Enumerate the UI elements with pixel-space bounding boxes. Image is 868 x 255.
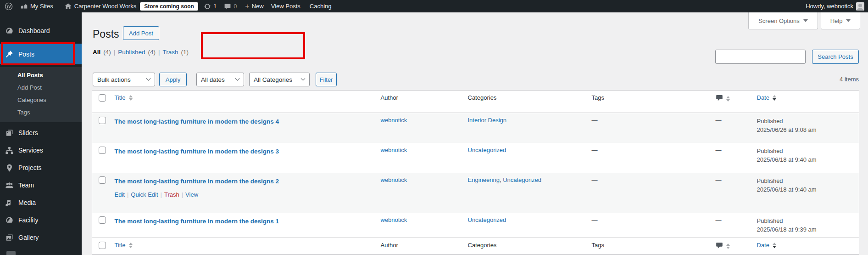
submenu-tags[interactable]: Tags: [0, 106, 82, 119]
category-link[interactable]: Engineering: [468, 176, 500, 183]
tags-value: —: [592, 176, 598, 183]
admin-sidebar: Dashboard Posts All Posts Add Post Categ…: [0, 12, 82, 255]
category-link[interactable]: Interior Design: [468, 117, 507, 124]
view-filter-links: All (4) | Published (4) | Trash (1): [93, 49, 189, 56]
author-link[interactable]: webnotick: [381, 147, 407, 153]
column-author-label: Author: [381, 94, 398, 101]
add-post-button[interactable]: Add Post: [123, 26, 159, 40]
admin-bar: My Sites Carpenter Wood Works Store comi…: [0, 0, 868, 12]
updates-menu[interactable]: 1: [204, 3, 217, 10]
sidebar-item-dashboard[interactable]: Dashboard: [0, 22, 82, 40]
post-status: Published: [757, 147, 855, 155]
sort-arrows-icon: [773, 243, 776, 248]
sidebar-item-team[interactable]: Team: [0, 176, 82, 194]
wordpress-logo-icon[interactable]: [5, 2, 13, 11]
sort-arrows-icon: [726, 96, 730, 102]
caching-menu[interactable]: Caching: [310, 3, 332, 10]
update-count: 1: [213, 3, 217, 10]
view-published-link[interactable]: Published: [118, 49, 145, 56]
my-sites-menu[interactable]: My Sites: [20, 2, 53, 10]
post-title-link[interactable]: The most long-lasting furniture in moder…: [115, 147, 279, 155]
sidebar-item-projects[interactable]: Projects: [0, 159, 82, 176]
view-trash-link[interactable]: Trash: [163, 49, 178, 56]
page-title: Posts: [93, 28, 119, 41]
screen-options-tab[interactable]: Screen Options: [748, 12, 818, 29]
sidebar-item-gallery[interactable]: Gallery: [0, 229, 82, 246]
bulk-actions-select[interactable]: Bulk actions: [93, 73, 155, 86]
all-categories-select[interactable]: All Categories: [249, 73, 310, 86]
row-checkbox[interactable]: [99, 176, 106, 184]
view-action[interactable]: View: [185, 191, 198, 198]
view-posts-menu[interactable]: View Posts: [271, 3, 300, 10]
column-title-sort[interactable]: Title: [115, 94, 133, 101]
site-name-menu[interactable]: Carpenter Wood Works: [64, 2, 136, 10]
all-dates-select[interactable]: All dates: [196, 73, 244, 86]
post-title-link[interactable]: The most long-lasting furniture in moder…: [115, 216, 279, 225]
post-row: The most long-lasting furniture in moder…: [92, 113, 859, 143]
table-header-row: Title Author Categories Tags Date: [92, 91, 859, 113]
view-all-link[interactable]: All: [93, 49, 100, 56]
column-date-sort[interactable]: Date: [757, 242, 776, 249]
sidebar-item-sliders[interactable]: Sliders: [0, 124, 82, 142]
author-link[interactable]: webnotick: [381, 117, 407, 124]
category-link[interactable]: Uncategorized: [468, 216, 506, 223]
plus-icon: +: [245, 3, 249, 10]
post-row-hovered: The most long-lasting furniture in moder…: [92, 173, 859, 213]
post-row: The most long-lasting furniture in moder…: [92, 143, 859, 173]
quick-edit-action[interactable]: Quick Edit: [131, 191, 158, 198]
row-actions: Edit|Quick Edit|Trash|View: [115, 191, 373, 198]
sidebar-item-posts[interactable]: Posts: [0, 44, 82, 64]
edit-action[interactable]: Edit: [115, 191, 125, 198]
trash-action[interactable]: Trash: [164, 191, 179, 198]
sidebar-item-media[interactable]: Media: [0, 194, 82, 211]
column-date-sort[interactable]: Date: [757, 94, 776, 101]
submenu-categories[interactable]: Categories: [0, 94, 82, 106]
select-all-checkbox[interactable]: [99, 94, 106, 102]
category-link[interactable]: Uncategorized: [468, 147, 506, 153]
items-count: 4 items: [840, 76, 859, 83]
help-label: Help: [830, 17, 843, 24]
submenu-add-post[interactable]: Add Post: [0, 81, 82, 94]
search-posts-input[interactable]: [715, 50, 806, 64]
gallery-icon: [5, 233, 14, 242]
filter-button[interactable]: Filter: [316, 73, 337, 86]
post-title-link[interactable]: The most long-lasting furniture in moder…: [115, 117, 279, 125]
column-tags-label: Tags: [592, 242, 604, 249]
multisite-icon: [20, 2, 28, 10]
comments-column-icon: [716, 242, 723, 250]
comments-value: —: [716, 176, 722, 183]
sidebar-dashboard-label: Dashboard: [18, 27, 50, 34]
sidebar-item-facility[interactable]: Facility: [0, 211, 82, 229]
column-comments-sort[interactable]: [716, 94, 730, 103]
submenu-all-posts[interactable]: All Posts: [0, 69, 82, 81]
sidebar-gallery-label: Gallery: [18, 234, 39, 241]
column-title-sort[interactable]: Title: [115, 242, 133, 249]
my-sites-label: My Sites: [30, 3, 53, 10]
posts-table: Title Author Categories Tags Date The mo…: [92, 90, 859, 255]
post-title-link[interactable]: The most long-lasting furniture in moder…: [115, 176, 279, 185]
author-link[interactable]: webnotick: [381, 216, 407, 223]
row-checkbox[interactable]: [99, 117, 106, 124]
sidebar-facility-label: Facility: [18, 216, 39, 224]
row-checkbox[interactable]: [99, 147, 106, 154]
help-tab[interactable]: Help: [821, 12, 860, 29]
all-categories-value: All Categories: [254, 76, 292, 83]
author-link[interactable]: webnotick: [381, 176, 407, 183]
sidebar-services-label: Services: [18, 147, 43, 154]
comments-menu[interactable]: 0: [224, 3, 237, 10]
slides-icon: [5, 128, 14, 137]
row-checkbox[interactable]: [99, 216, 106, 224]
category-link[interactable]: Uncategorized: [503, 176, 541, 183]
media-icon: [5, 198, 14, 207]
column-comments-sort[interactable]: [716, 242, 730, 250]
apply-button[interactable]: Apply: [159, 73, 187, 86]
new-menu[interactable]: + New: [245, 3, 263, 10]
select-all-checkbox[interactable]: [99, 242, 106, 249]
comments-value: —: [716, 216, 722, 223]
search-posts-button[interactable]: Search Posts: [812, 50, 859, 64]
all-dates-value: All dates: [201, 76, 225, 83]
active-menu-arrow: [78, 50, 82, 57]
account-menu[interactable]: Howdy, webnotick: [806, 0, 864, 12]
sidebar-item-services[interactable]: Services: [0, 142, 82, 159]
sidebar-projects-label: Projects: [18, 164, 42, 171]
